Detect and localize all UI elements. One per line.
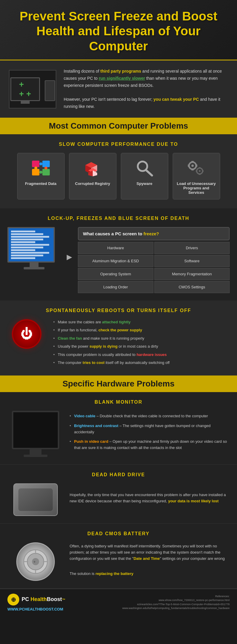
blank-monitor-text: Video cable – Double check that the vide… xyxy=(70,413,228,455)
intro-section: ++ + Installing dozens of third party pr… xyxy=(0,60,237,118)
svg-rect-25 xyxy=(199,173,201,175)
cause-hardware: Hardware xyxy=(78,242,153,254)
svg-rect-27 xyxy=(202,170,204,172)
dead-cmos-title: DEAD CMOS BATTERY xyxy=(9,531,228,536)
programs-label: Load of Unnecessary Programs and Service… xyxy=(176,181,217,195)
highlight-third-party: third party programs xyxy=(100,69,141,73)
cause-cmos: CMOS Settings xyxy=(154,281,230,293)
highlight-run-slower: run significantly slower xyxy=(99,76,145,81)
blank-monitor-item-1: Video cable – Double check that the vide… xyxy=(70,413,228,419)
problem-cards-container: Fragmented Data Corrupted Registry xyxy=(7,153,230,199)
tower-icon xyxy=(45,80,55,101)
cmos-battery-icon: + xyxy=(16,542,55,581)
power-button: ⏻ xyxy=(12,319,41,349)
dead-cmos-section: DEAD CMOS BATTERY + Often, a dying batte… xyxy=(0,524,237,589)
plus-icon: ++ + xyxy=(19,80,31,99)
intro-text: Installing dozens of third party program… xyxy=(64,68,228,110)
dead-cmos-text: Often, a dying battery will manifest its… xyxy=(70,543,228,580)
lockup-title: LOCK-UP, FREEZES AND BLUE SCREEN OF DEAT… xyxy=(7,216,230,221)
power-icon: ⏻ xyxy=(21,327,33,341)
svg-point-7 xyxy=(44,167,47,170)
footer-url[interactable]: WWW.PCHEALTHBOOST.COM xyxy=(7,607,65,611)
svg-rect-1 xyxy=(42,161,50,167)
blank-monitor-section: BLANK MONITOR Video cable – Double check… xyxy=(0,392,237,465)
footer-references: References: www.ehow.com/how_7200013_res… xyxy=(122,595,230,611)
dead-hard-drive-content: Hopefully, the only time that you have e… xyxy=(9,483,228,516)
ref-3: www.washington.edu/lst/help/computing_fu… xyxy=(122,606,230,611)
hardware-banner: Specific Hardware Problems xyxy=(0,375,237,392)
slow-performance-title: SLOW COMPUTER PERFORMANCE DUE TO xyxy=(7,142,230,147)
svg-point-5 xyxy=(39,171,42,174)
spyware-label: Spyware xyxy=(124,181,165,186)
problem-card-programs: Load of Unnecessary Programs and Service… xyxy=(173,153,220,199)
svg-rect-2 xyxy=(32,169,39,175)
svg-point-23 xyxy=(199,170,201,172)
freeze-causes: What causes a PC screen to freeze? Hardw… xyxy=(78,227,230,293)
cause-grid: Hardware Drivers Aluminum Migration & ES… xyxy=(78,242,230,293)
svg-rect-24 xyxy=(199,167,201,169)
cause-software: Software xyxy=(154,255,230,267)
blank-monitor-content: Video cable – Double check that the vide… xyxy=(9,411,228,457)
freeze-container: ▶ What causes a PC screen to freeze? Har… xyxy=(7,227,230,293)
logo-boost: Boost xyxy=(47,596,62,602)
dead-hard-drive-title: DEAD HARD DRIVE xyxy=(9,472,228,477)
reboots-content: ⏻ Make sure the cables are attached tigh… xyxy=(7,319,230,368)
blank-monitor-image xyxy=(9,411,62,457)
reboot-item-5: This computer problem is usually attribu… xyxy=(53,352,230,358)
cause-aluminum: Aluminum Migration & ESD xyxy=(78,255,153,267)
svg-point-4 xyxy=(39,162,42,165)
problem-card-registry: Corrupted Registry xyxy=(69,153,116,199)
lockup-section: LOCK-UP, FREEZES AND BLUE SCREEN OF DEAT… xyxy=(0,208,237,301)
dead-hard-drive-text: Hopefully, the only time that you have e… xyxy=(70,492,228,507)
svg-point-17 xyxy=(191,164,194,167)
ref-1: www.ehow.com/how_7200013_restore-pc-perf… xyxy=(122,598,230,603)
power-button-container: ⏻ xyxy=(7,319,46,349)
intro-paragraph-2: However, your PC isn't sentenced to lag … xyxy=(64,96,228,110)
svg-rect-19 xyxy=(191,169,194,170)
fragmented-icon xyxy=(29,158,53,178)
hard-drive-image xyxy=(9,483,62,516)
dead-hard-drive-section: DEAD HARD DRIVE Hopefully, the only time… xyxy=(0,465,237,524)
svg-rect-18 xyxy=(191,161,194,163)
cause-drivers: Drivers xyxy=(154,242,230,254)
problem-card-spyware: Spyware xyxy=(121,153,168,199)
problem-card-fragmented: Fragmented Data xyxy=(17,153,65,199)
logo-health: Health xyxy=(31,596,47,602)
reboot-item-2: If your fan is functional, check the pow… xyxy=(53,327,230,333)
svg-text:+: + xyxy=(33,560,36,564)
hardware-title: Specific Hardware Problems xyxy=(4,379,233,389)
main-title: Prevent Screen Freeze and Boost Health a… xyxy=(12,9,225,54)
reboots-list: Make sure the cables are attached tightl… xyxy=(53,319,230,368)
intro-paragraph-1: Installing dozens of third party program… xyxy=(64,68,228,89)
blank-monitor-title: BLANK MONITOR xyxy=(9,399,228,405)
common-problems-title: Most Common Computer Problems xyxy=(4,121,233,131)
logo-icon: ⊕ xyxy=(7,594,19,605)
dead-cmos-paragraph-2: The solution is replacing the battery xyxy=(70,571,228,577)
freeze-keyword: freeze? xyxy=(143,231,159,236)
freeze-question: What causes a PC screen to freeze? xyxy=(78,227,230,240)
svg-rect-3 xyxy=(42,169,50,175)
bsod-monitor xyxy=(7,227,61,269)
ref-2: ezinearticles.com/?The-Top-5-Most-Common… xyxy=(122,603,230,607)
bsod-screen xyxy=(7,227,55,263)
cause-os: Operating System xyxy=(78,268,153,280)
blank-monitor-item-3: Push in video card – Open up your machin… xyxy=(70,439,228,451)
reboot-item-1: Make sure the cables are attached tightl… xyxy=(53,319,230,325)
dead-hard-drive-paragraph: Hopefully, the only time that you have e… xyxy=(70,492,228,504)
programs-icon xyxy=(185,158,208,178)
fragmented-label: Fragmented Data xyxy=(20,181,61,186)
header: Prevent Screen Freeze and Boost Health a… xyxy=(0,0,237,60)
logo-pc: PC xyxy=(22,596,31,602)
svg-rect-20 xyxy=(188,164,190,167)
arrow-icon: ▶ xyxy=(67,253,72,261)
footer-left: ⊕ PC HealthBoost™ WWW.PCHEALTHBOOST.COM xyxy=(7,594,65,611)
common-problems-banner: Most Common Computer Problems xyxy=(0,118,237,134)
blank-monitor-item-2: Brightness and contrast – The settings m… xyxy=(70,423,228,435)
svg-line-15 xyxy=(146,170,152,175)
footer-logo: ⊕ PC HealthBoost™ xyxy=(7,594,65,605)
reboots-title: SPONTANEOUSLY REBOOTS OR TURNS ITSELF OF… xyxy=(7,308,230,313)
logo-text: PC HealthBoost™ xyxy=(22,596,65,603)
registry-icon xyxy=(81,158,105,178)
intro-image: ++ + xyxy=(9,70,56,108)
reboot-item-3: Clean the fan and make sure it is runnin… xyxy=(53,335,230,341)
